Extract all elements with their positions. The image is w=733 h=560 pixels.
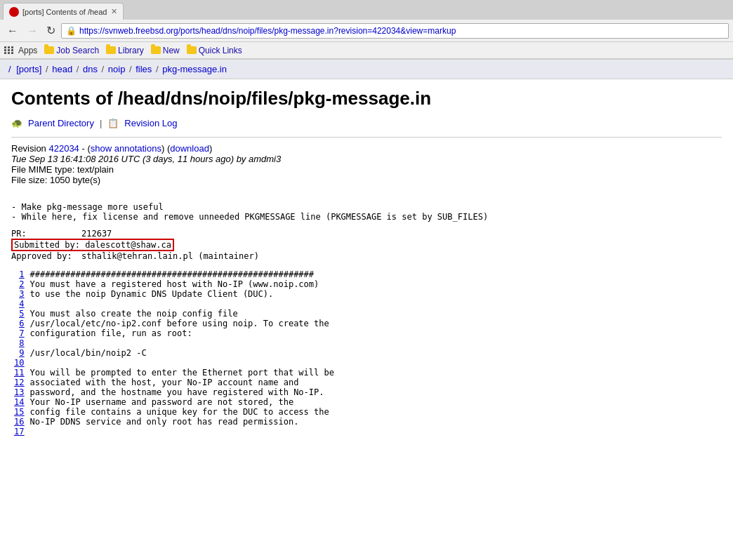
- download-link[interactable]: download: [170, 143, 209, 154]
- bookmark-label: Quick Links: [199, 46, 242, 55]
- line-number[interactable]: 11: [11, 368, 27, 378]
- code-line-text: /usr/local/bin/noip2 -C: [27, 348, 336, 358]
- code-line-text: You will be prompted to enter the Ethern…: [27, 368, 336, 378]
- code-line-text: to use the noip Dynamic DNS Update Clien…: [27, 289, 336, 299]
- submitted-label: Submitted by:: [14, 240, 80, 250]
- forward-button[interactable]: →: [24, 23, 41, 39]
- pr-label: PR:: [11, 229, 81, 239]
- line-number[interactable]: 8: [11, 338, 27, 348]
- show-annotations-link[interactable]: show annotations: [91, 143, 161, 154]
- code-line-text: [27, 427, 336, 436]
- meta-section: Revision 422034 - (show annotations) (do…: [11, 143, 722, 185]
- tab-title: [ports] Contents of /head: [22, 8, 107, 16]
- table-row: 4: [11, 299, 337, 309]
- page-title: Contents of /head/dns/noip/files/pkg-mes…: [11, 88, 722, 109]
- code-line-text: /usr/local/etc/no-ip2.conf before using …: [27, 319, 336, 328]
- commit-message: - Make pkg-message more useful - While h…: [11, 192, 722, 222]
- code-table: 1#######################################…: [11, 269, 337, 436]
- submitted-highlight: Submitted by: dalescott@shaw.ca: [11, 239, 174, 251]
- page-content: / [ports] / head / dns / noip / files / …: [0, 60, 733, 445]
- address-bar[interactable]: 🔒 https://svnweb.freebsd.org/ports/head/…: [61, 23, 729, 39]
- nav-bar: ← → ↻ 🔒 https://svnweb.freebsd.org/ports…: [0, 20, 733, 42]
- breadcrumb-root[interactable]: /: [8, 64, 11, 74]
- active-tab[interactable]: [ports] Contents of /head ✕: [3, 3, 124, 20]
- back-button[interactable]: ←: [4, 23, 21, 39]
- revision-line: Revision 422034 - (show annotations) (do…: [11, 143, 722, 154]
- code-line-text: associated with the host, your No-IP acc…: [27, 378, 336, 387]
- line-number[interactable]: 5: [11, 309, 27, 319]
- line-number[interactable]: 1: [11, 269, 27, 279]
- bookmark-library[interactable]: Library: [106, 46, 144, 55]
- revision-link[interactable]: 422034: [48, 143, 79, 154]
- bookmark-label: Library: [118, 46, 144, 55]
- bookmark-job-search[interactable]: Job Search: [44, 46, 99, 55]
- divider-1: [11, 137, 722, 138]
- line-number[interactable]: 7: [11, 328, 27, 338]
- line-number[interactable]: 6: [11, 319, 27, 328]
- table-row: 10: [11, 358, 337, 368]
- breadcrumb-noip[interactable]: noip: [108, 64, 126, 74]
- line-number[interactable]: 17: [11, 427, 27, 436]
- folder-icon: [187, 46, 197, 54]
- info-table: PR: 212637 Submitted by: dalescott@shaw.…: [11, 229, 722, 261]
- table-row: 13password, and the hostname you have re…: [11, 387, 337, 397]
- commit-date-line: Tue Sep 13 16:41:08 2016 UTC (3 days, 11…: [11, 154, 722, 164]
- code-section: 1#######################################…: [11, 269, 722, 436]
- bookmark-new[interactable]: New: [151, 46, 180, 55]
- folder-icon: [151, 46, 161, 54]
- tab-close-button[interactable]: ✕: [111, 7, 117, 16]
- breadcrumb-dns[interactable]: dns: [83, 64, 98, 74]
- line-number[interactable]: 13: [11, 387, 27, 397]
- table-row: 7configuration file, run as root:: [11, 328, 337, 338]
- breadcrumb-pkg-message[interactable]: pkg-message.in: [162, 64, 227, 74]
- tab-bar: [ports] Contents of /head ✕: [0, 0, 733, 20]
- code-line-text: configuration file, run as root:: [27, 328, 336, 338]
- lock-icon: 🔒: [66, 26, 77, 36]
- table-row: 1#######################################…: [11, 269, 337, 279]
- table-row: 16No-IP DDNS service and only root has r…: [11, 417, 337, 427]
- main-content: Contents of /head/dns/noip/files/pkg-mes…: [0, 79, 733, 445]
- line-number[interactable]: 15: [11, 407, 27, 417]
- line-number[interactable]: 3: [11, 289, 27, 299]
- tab-favicon: [9, 7, 19, 17]
- submitted-value: dalescott@shaw.ca: [80, 240, 171, 250]
- line-number[interactable]: 14: [11, 397, 27, 407]
- breadcrumb-head[interactable]: head: [52, 64, 72, 74]
- file-size: File size: 1050 byte(s): [11, 175, 722, 185]
- folder-icon: [44, 46, 54, 54]
- parent-dir-icon: 🐢: [11, 118, 22, 128]
- apps-button[interactable]: Apps: [4, 46, 37, 55]
- table-row: 8: [11, 338, 337, 348]
- approved-row: Approved by: sthalik@tehran.lain.pl (mai…: [11, 251, 722, 261]
- table-row: 14Your No-IP username and password are n…: [11, 397, 337, 407]
- bookmark-quick-links[interactable]: Quick Links: [187, 46, 242, 55]
- bookmark-label: New: [163, 46, 180, 55]
- refresh-button[interactable]: ↻: [44, 22, 58, 39]
- line-number[interactable]: 10: [11, 358, 27, 368]
- breadcrumb-ports[interactable]: [ports]: [16, 64, 41, 74]
- links-row: 🐢 Parent Directory | 📋 Revision Log: [11, 118, 722, 128]
- code-line-text: Your No-IP username and password are not…: [27, 397, 336, 407]
- breadcrumb-files[interactable]: files: [136, 64, 152, 74]
- approved-label: Approved by:: [11, 251, 81, 261]
- line-number[interactable]: 16: [11, 417, 27, 427]
- revision-log-link[interactable]: Revision Log: [124, 118, 177, 128]
- table-row: 6/usr/local/etc/no-ip2.conf before using…: [11, 319, 337, 328]
- line-number[interactable]: 4: [11, 299, 27, 309]
- table-row: 15config file contains a unique key for …: [11, 407, 337, 417]
- line-number[interactable]: 12: [11, 378, 27, 387]
- code-line-text: No-IP DDNS service and only root has rea…: [27, 417, 336, 427]
- pr-row: PR: 212637: [11, 229, 722, 239]
- code-line-text: [27, 299, 336, 309]
- table-row: 12associated with the host, your No-IP a…: [11, 378, 337, 387]
- code-line-text: config file contains a unique key for th…: [27, 407, 336, 417]
- line-number[interactable]: 2: [11, 279, 27, 289]
- table-row: 5You must also create the noip config fi…: [11, 309, 337, 319]
- table-row: 3to use the noip Dynamic DNS Update Clie…: [11, 289, 337, 299]
- apps-grid-icon: [4, 46, 14, 54]
- parent-directory-link[interactable]: Parent Directory: [28, 118, 94, 128]
- approved-value: sthalik@tehran.lain.pl (maintainer): [81, 251, 259, 261]
- commit-date: Tue Sep 13 16:41:08 2016 UTC: [11, 154, 140, 164]
- line-number[interactable]: 9: [11, 348, 27, 358]
- table-row: 9/usr/local/bin/noip2 -C: [11, 348, 337, 358]
